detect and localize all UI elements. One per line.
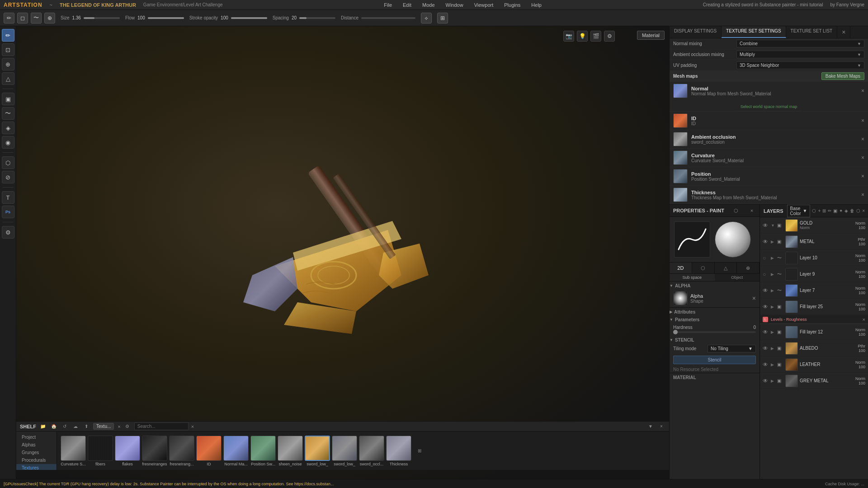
layers-delete-btn[interactable]: 🗑 — [850, 207, 854, 215]
menu-file[interactable]: File — [382, 2, 394, 8]
layer-grey-expand[interactable]: ▶ — [771, 379, 775, 383]
viewport-icon-settings[interactable]: ⚙ — [604, 31, 615, 42]
props-tab-geo[interactable]: △ — [715, 263, 737, 273]
size-value[interactable]: 1.36 — [72, 15, 80, 20]
stencil-apply-btn[interactable]: Stencil — [673, 356, 756, 364]
shelf-item-normal-map[interactable]: Normal Ma... — [223, 436, 249, 466]
layer-10-visibility[interactable]: ○ — [763, 255, 769, 261]
tool-clone[interactable]: ◈ — [2, 122, 14, 134]
layer-gold-expand[interactable]: ▼ — [771, 223, 775, 228]
shelf-item-sheen-noise[interactable]: sheen_noise — [278, 436, 303, 466]
layer-leather-visibility[interactable]: 👁 — [763, 361, 769, 368]
props-tab-paint[interactable]: ⬡ — [692, 263, 715, 273]
tab-close-btn[interactable]: × — [837, 26, 850, 38]
shelf-item-position[interactable]: Position Sw... — [250, 436, 276, 466]
viewport-icon-light[interactable]: 💡 — [577, 31, 588, 42]
layer-leather-expand[interactable]: ▶ — [771, 362, 775, 367]
layer-7-expand[interactable]: ▶ — [771, 288, 775, 293]
tool-settings[interactable]: ⚙ — [2, 226, 14, 239]
layers-fill-btn[interactable]: ▣ — [833, 207, 837, 215]
props-expand-btn[interactable]: ⬡ — [732, 206, 740, 215]
layer-albedo-visibility[interactable]: 👁 — [763, 345, 769, 352]
shelf-cloud-btn[interactable]: ☁ — [71, 422, 80, 431]
flow-value[interactable]: 100 — [137, 15, 145, 20]
layer-9-visibility[interactable]: ○ — [763, 271, 769, 277]
layer-leather[interactable]: 👁 ▶ ▣ LEATHER Norm 100 — [760, 357, 868, 373]
layers-expand-btn[interactable]: ⬡ — [812, 207, 816, 215]
tab-display-settings[interactable]: DISPLAY SETTINGS — [670, 26, 722, 38]
props-tab-2d[interactable]: 2D — [670, 263, 692, 273]
flow-slider[interactable] — [148, 17, 184, 19]
shelf-import-btn[interactable]: ⬆ — [82, 422, 90, 431]
shelf-filter-x[interactable]: × — [118, 424, 120, 429]
layers-close-btn[interactable]: × — [862, 207, 865, 215]
shelf-item-fresnel1[interactable]: fresneIranges — [142, 436, 167, 466]
toolbar-symmetry-btn[interactable]: ⟡ — [421, 13, 432, 23]
layer-fill12-visibility[interactable]: 👁 — [763, 329, 769, 335]
tool-measure[interactable]: ⊘ — [2, 171, 14, 183]
shelf-item-sword-occlusion[interactable]: sword_occl... — [359, 436, 384, 466]
meshmap-pos-remove[interactable]: × — [861, 173, 864, 179]
distance-slider[interactable] — [361, 17, 415, 19]
toolbar-brush-btn[interactable]: ✏ — [4, 13, 14, 23]
shelf-search-x[interactable]: × — [191, 424, 194, 429]
shelf-nav-project[interactable]: Project — [16, 433, 57, 441]
layer-metal-expand[interactable]: ▶ — [771, 239, 775, 244]
menu-mode[interactable]: Mode — [420, 2, 437, 8]
layer-fill25-expand[interactable]: ▶ — [771, 305, 775, 309]
subtab-sub-space[interactable]: Sub space — [670, 274, 715, 281]
material-dropdown-btn[interactable]: Material — [637, 31, 665, 40]
toolbar-smudge-btn[interactable]: 〜 — [31, 13, 42, 23]
viewport-icon-camera[interactable]: 📷 — [563, 31, 574, 42]
menu-window[interactable]: Window — [444, 2, 465, 8]
spacing-slider[interactable] — [299, 17, 335, 19]
subtab-object[interactable]: Object — [715, 274, 760, 281]
shelf-nav-procedurals[interactable]: Procedurals — [16, 456, 57, 464]
tool-smudge[interactable]: 〜 — [2, 107, 14, 120]
meshmap-normal-remove[interactable]: × — [861, 88, 864, 94]
uv-padding-dropdown[interactable]: 3D Space Neighbor ▼ — [736, 61, 864, 69]
base-color-selector[interactable]: Base Color ▼ — [787, 205, 811, 217]
shelf-item-id[interactable]: ID — [196, 436, 222, 466]
layer-albedo[interactable]: 👁 ▶ ▣ ALBEDO Pthr 100 — [760, 340, 868, 357]
layer-fill12[interactable]: 👁 ▶ ▣ Fill layer 12 Norm 100 — [760, 324, 868, 340]
menu-edit[interactable]: Edit — [401, 2, 413, 8]
toolbar-eraser-btn[interactable]: ◻ — [17, 13, 28, 23]
tab-texture-set-settings[interactable]: TEXTURE SET SETTINGS — [722, 26, 786, 38]
tool-text[interactable]: T — [2, 191, 14, 204]
shelf-nav-alphas[interactable]: Alphas — [16, 441, 57, 449]
menu-viewport[interactable]: Viewport — [472, 2, 495, 8]
tab-texture-set-list[interactable]: TEXTURE SET LIST — [786, 26, 838, 38]
tool-fill[interactable]: ▣ — [2, 93, 14, 105]
layer-metal[interactable]: 👁 ▶ ▣ METAL Pthr 100 — [760, 234, 868, 250]
ao-mixing-dropdown[interactable]: Multiply ▼ — [736, 51, 864, 58]
spacing-value[interactable]: 20 — [292, 15, 297, 20]
tool-blur[interactable]: ◉ — [2, 136, 14, 149]
hardness-slider[interactable] — [673, 331, 756, 333]
shelf-item-fresnel2[interactable]: fresneIrang... — [169, 436, 194, 466]
shelf-item-flakes[interactable]: flakes — [115, 436, 140, 466]
tool-select[interactable]: ⬡ — [2, 156, 14, 169]
tiling-mode-dropdown[interactable]: No Tiling ▼ — [708, 345, 756, 352]
layer-fill25[interactable]: 👁 ▶ ▣ Fill layer 25 Norm 100 — [760, 299, 868, 315]
layer-fill12-expand[interactable]: ▶ — [771, 330, 775, 334]
shelf-item-fibers[interactable]: fibers — [88, 436, 113, 466]
shelf-folder-btn[interactable]: 📁 — [39, 422, 47, 431]
tool-erase[interactable]: ⊡ — [2, 43, 14, 56]
viewport-icon-render[interactable]: 🎬 — [590, 31, 601, 42]
shelf-close-btn[interactable]: × — [657, 422, 665, 431]
layer-10[interactable]: ○ ▶ 〜 Layer 10 Norm 100 — [760, 250, 868, 266]
props-close-btn[interactable]: × — [748, 206, 756, 215]
tool-projection[interactable]: ⊕ — [2, 58, 14, 70]
layer-gold-visibility[interactable]: 👁 — [763, 222, 769, 229]
shelf-item-sword2[interactable]: sword_low_ — [332, 436, 357, 466]
layer-gold[interactable]: 👁 ▼ ▣ GOLD Norm Norm 100 — [760, 217, 868, 234]
layers-clone-btn[interactable]: ◈ — [844, 207, 848, 215]
shelf-minimize-btn[interactable]: ▼ — [646, 422, 655, 431]
tool-ps[interactable]: Ps — [2, 206, 14, 218]
layers-effects-btn[interactable]: ✦ — [839, 207, 843, 215]
stroke-slider[interactable] — [231, 17, 267, 19]
layers-group-btn[interactable]: ⊞ — [822, 207, 826, 215]
meshmap-ao-remove[interactable]: × — [861, 136, 864, 142]
shelf-grid-view-btn[interactable]: ⊞ — [415, 446, 424, 455]
